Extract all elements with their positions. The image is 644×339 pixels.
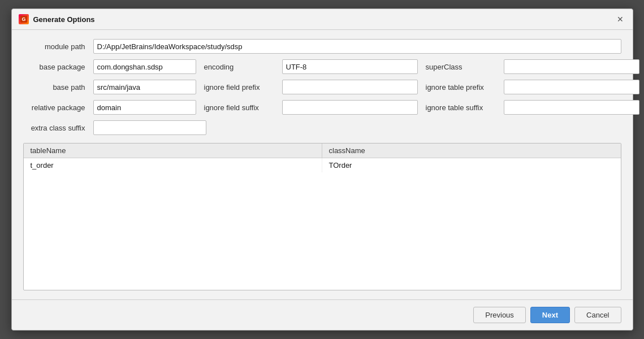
ignore-table-suffix-label: ignore table suffix [426,103,499,112]
dialog-title: Generate Options [33,15,610,24]
extra-class-suffix-label: extra class suffix [23,124,85,132]
base-package-label: base package [23,63,85,71]
titlebar: G Generate Options ✕ [12,9,633,30]
table-container: tableName className t_order TOrder [23,143,621,290]
module-path-input[interactable] [93,39,621,54]
dialog-content: module path base package encoding superC… [12,30,633,299]
ignore-field-suffix-group: ignore field suffix [204,100,418,115]
ignore-field-suffix-label: ignore field suffix [204,103,278,112]
ignore-table-prefix-group: ignore table prefix [426,80,639,94]
module-path-row: module path [23,39,621,54]
relative-package-row: relative package ignore field suffix ign… [23,100,621,115]
encoding-input[interactable] [282,59,418,74]
next-button[interactable]: Next [530,307,570,323]
ignore-field-prefix-input[interactable] [282,80,418,94]
ignore-field-suffix-input[interactable] [282,100,418,115]
base-path-row: base path ignore field prefix ignore tab… [23,80,621,94]
relative-package-label: relative package [23,103,85,112]
base-path-label: base path [23,83,85,92]
extra-class-suffix-input[interactable] [93,120,206,135]
relative-package-input[interactable] [93,100,196,115]
ignore-field-prefix-group: ignore field prefix [204,80,418,94]
table-row[interactable]: t_order TOrder [24,158,621,172]
extra-class-suffix-row: extra class suffix [23,120,621,135]
super-class-label: superClass [426,63,499,71]
super-class-input[interactable] [504,59,639,74]
col-class-name-header: className [322,144,621,158]
dialog-footer: Previous Next Cancel [12,299,633,330]
super-class-group: superClass [426,59,639,74]
previous-button[interactable]: Previous [473,307,526,323]
ignore-table-prefix-label: ignore table prefix [426,83,499,92]
ignore-table-suffix-input[interactable] [504,100,639,115]
table-header: tableName className [24,144,621,158]
dialog-icon: G [19,14,29,24]
generate-options-dialog: G Generate Options ✕ module path base pa… [11,8,633,331]
table-name-cell: t_order [24,158,322,172]
ignore-field-prefix-label: ignore field prefix [204,83,278,92]
base-package-row: base package encoding superClass [23,59,621,74]
cancel-button[interactable]: Cancel [574,307,621,323]
encoding-group: encoding [204,59,418,74]
svg-text:G: G [21,16,25,22]
encoding-label: encoding [204,63,278,71]
base-path-input[interactable] [93,80,196,94]
ignore-table-prefix-input[interactable] [504,80,639,94]
col-table-name-header: tableName [24,144,322,158]
base-package-input[interactable] [93,59,196,74]
ignore-table-suffix-group: ignore table suffix [426,100,639,115]
class-name-cell: TOrder [322,158,621,172]
close-button[interactable]: ✕ [615,14,626,25]
module-path-label: module path [23,42,85,51]
